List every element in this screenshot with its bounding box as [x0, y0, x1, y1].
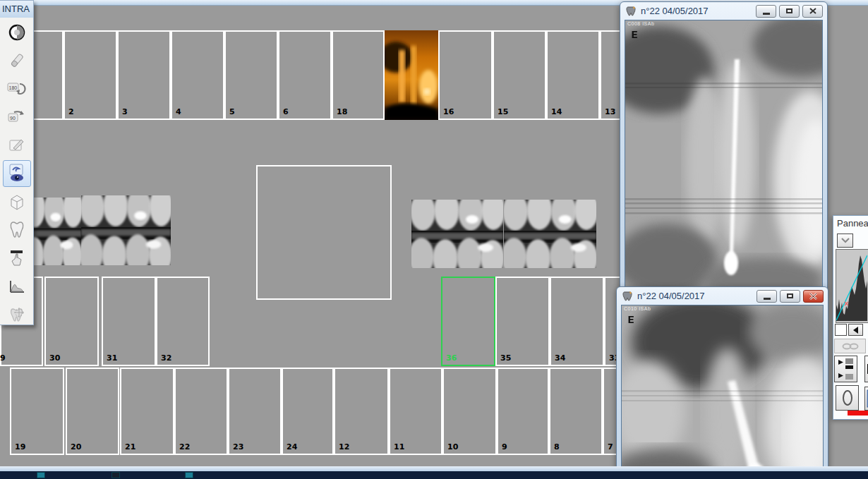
tooth-cell-5[interactable]: 5	[224, 30, 278, 120]
contrast-target-icon[interactable]	[3, 19, 31, 46]
taskbar-item-1[interactable]	[37, 472, 45, 478]
tooth-cell-36-selected[interactable]: 36	[441, 277, 495, 366]
orientation-marker: E	[631, 29, 638, 40]
tooth-cell-18[interactable]: 18	[332, 30, 385, 120]
tooth-cell-21[interactable]: 21	[120, 368, 174, 455]
taskbar-item-2[interactable]	[111, 472, 120, 478]
tooth-cell-30[interactable]: 30	[44, 277, 99, 366]
window-2-title: n°22 04/05/2017	[637, 291, 705, 301]
stamp-tool-button[interactable]	[836, 385, 859, 411]
chain-link-icon	[842, 343, 859, 350]
tooth-cell-19[interactable]: 19	[10, 368, 64, 455]
chevron-down-icon	[841, 238, 850, 243]
panel-dropdown-button[interactable]	[837, 234, 853, 248]
tooth-cell-8[interactable]: 8	[549, 368, 603, 455]
taskbar-item-3[interactable]	[185, 472, 193, 478]
histogram-plot	[836, 250, 867, 321]
rotate-90-icon[interactable]: 90	[3, 104, 31, 131]
histogram-option-box[interactable]	[835, 324, 847, 336]
minimize-button[interactable]	[757, 290, 777, 303]
empty-layout-frame	[256, 165, 392, 300]
link-button-disabled[interactable]	[834, 339, 866, 353]
maximize-icon	[786, 8, 792, 13]
tooth-cell-23[interactable]: 23	[228, 368, 282, 455]
svg-text:180: 180	[8, 85, 17, 90]
blue-tool-button-clipped[interactable]	[864, 387, 868, 411]
window-bottom-edge	[0, 466, 868, 471]
window-1-titlebar[interactable]: n°22 04/05/2017	[620, 2, 827, 20]
red-indicator-bar	[848, 411, 868, 416]
xray-image-2[interactable]: C010 ISAb E	[621, 305, 824, 479]
maximize-icon	[787, 293, 793, 298]
tooth-cell-22[interactable]: 22	[174, 368, 228, 455]
panel-title: Panneau d	[833, 216, 868, 229]
histogram-tool-icon[interactable]	[3, 273, 31, 300]
minimize-icon	[764, 298, 771, 300]
eraser-icon[interactable]	[3, 47, 31, 74]
orange-periapical-image	[385, 30, 438, 120]
periapical-radiograph-2	[622, 305, 824, 479]
intra-toolbar: INTRA 180 90	[0, 0, 34, 325]
tooth-cell-12[interactable]: 12	[334, 368, 389, 455]
maximize-button[interactable]	[780, 290, 800, 303]
tooth-cell-35[interactable]: 35	[495, 277, 550, 366]
histogram-display[interactable]	[836, 249, 868, 323]
preview-eye-icon[interactable]	[3, 160, 31, 187]
stamp-zero-icon	[840, 389, 855, 407]
svg-text:90: 90	[10, 116, 16, 121]
tooth-cell-24[interactable]: 24	[282, 368, 334, 455]
app-root: 2 3 4 5 6 18 16 15 14 13 9 30	[0, 0, 868, 479]
minimize-icon	[763, 13, 770, 15]
tooth-cell-9[interactable]: 9	[497, 368, 549, 455]
gradient-button-clipped[interactable]	[864, 356, 868, 382]
tooth-cell-14[interactable]: 14	[546, 30, 600, 120]
tooth-icon[interactable]	[3, 217, 31, 243]
xray-window-1[interactable]: n°22 04/05/2017	[620, 1, 828, 289]
periapical-radiograph-1	[625, 20, 823, 289]
tooth-cell-20[interactable]: 20	[66, 368, 119, 455]
bitewing-thumbnail-3[interactable]	[411, 200, 503, 268]
close-icon	[809, 293, 817, 300]
xray-image-1[interactable]: C008 ISAb E	[625, 20, 823, 289]
taskbar	[0, 471, 868, 479]
tooth-cell-10[interactable]: 10	[442, 368, 497, 455]
press-tool-icon[interactable]	[3, 245, 31, 272]
arrow-left-icon	[853, 327, 858, 334]
window-1-title: n°22 04/05/2017	[641, 6, 709, 16]
exposure-overlay-label: C010 ISAb	[624, 306, 651, 311]
window-tooth-icon	[625, 6, 637, 16]
control-panel: Panneau d	[833, 215, 868, 420]
exposure-overlay-label: C008 ISAb	[627, 21, 654, 26]
tooth-cell-16[interactable]: 16	[438, 30, 493, 120]
tooth-cell-31[interactable]: 31	[102, 277, 156, 366]
levels-adjust-button[interactable]	[834, 356, 857, 382]
tooth-cell-6[interactable]: 6	[278, 30, 332, 120]
window-tooth-icon	[622, 291, 633, 301]
close-button[interactable]	[803, 290, 824, 303]
tooth-cell-4[interactable]: 4	[171, 30, 224, 120]
tooth-cell-2[interactable]: 2	[64, 30, 117, 120]
tooth-cell-32[interactable]: 32	[156, 277, 210, 366]
tooth-locator-icon[interactable]	[3, 301, 31, 328]
xray-thumbnail-orange[interactable]	[385, 30, 438, 120]
bitewing-thumbnail-2[interactable]	[81, 195, 171, 265]
orientation-marker: E	[627, 314, 634, 325]
xray-window-2[interactable]: n°22 04/05/2017	[616, 286, 828, 479]
minimize-button[interactable]	[756, 5, 776, 18]
close-button[interactable]	[802, 5, 823, 18]
scroll-left-button[interactable]	[848, 324, 863, 336]
tooth-cell-11[interactable]: 11	[389, 368, 442, 455]
bitewing-thumbnail-4[interactable]	[504, 200, 596, 268]
toolbar-title: INTRA	[0, 1, 33, 18]
tooth-cell-34[interactable]: 34	[550, 277, 604, 366]
annotate-icon[interactable]	[3, 132, 31, 159]
rotate-180-icon[interactable]: 180	[3, 75, 31, 102]
levels-icon	[837, 358, 855, 380]
tooth-cell-3[interactable]: 3	[117, 30, 171, 120]
maximize-button[interactable]	[779, 5, 800, 18]
window-2-titlebar[interactable]: n°22 04/05/2017	[617, 287, 828, 305]
cube-3d-icon[interactable]	[3, 188, 31, 215]
tooth-cell-15[interactable]: 15	[493, 30, 546, 120]
close-icon	[809, 8, 816, 14]
